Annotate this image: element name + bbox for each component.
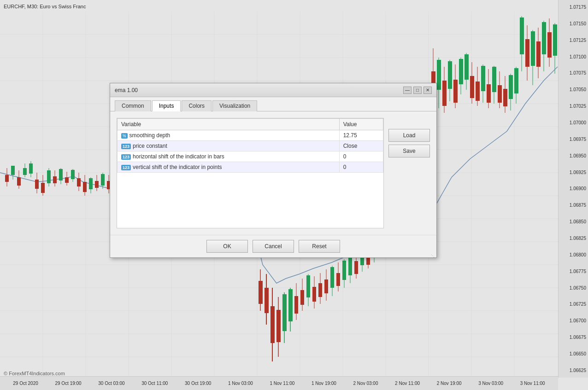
tab-inputs[interactable]: Inputs	[152, 100, 181, 111]
load-button[interactable]: Load	[388, 129, 430, 142]
variable-cell: 123price constant	[118, 141, 340, 151]
tab-common[interactable]: Common	[115, 100, 151, 111]
params-table: Variable Value ½smoothing depth12.75123p…	[117, 118, 383, 173]
dialog-content: Variable Value ½smoothing depth12.75123p…	[110, 111, 436, 235]
table-row[interactable]: 123vertical shift of the indicator in po…	[118, 162, 383, 173]
type-badge: ½	[121, 133, 128, 139]
table-row[interactable]: 123horizontal shift of the indicator in …	[118, 151, 383, 162]
dialog: ema 1.00 — □ ✕ Common Inputs Colors Visu…	[110, 83, 437, 258]
dialog-title: ema 1.00	[115, 87, 138, 93]
side-buttons: Load Save	[388, 129, 430, 157]
value-cell: 0	[339, 151, 383, 162]
type-badge: 123	[121, 165, 131, 170]
type-badge: 123	[121, 154, 131, 160]
title-controls: — □ ✕	[403, 87, 432, 94]
content-with-buttons: Variable Value ½smoothing depth12.75123p…	[117, 118, 430, 228]
close-button[interactable]: ✕	[423, 87, 432, 94]
save-button[interactable]: Save	[388, 145, 430, 157]
reset-button[interactable]: Reset	[299, 240, 340, 253]
resize-icon: ⋱	[431, 254, 435, 258]
table-row[interactable]: 123price constantClose	[118, 141, 383, 151]
table-scroll-area[interactable]: Variable Value ½smoothing depth12.75123p…	[117, 118, 384, 228]
dialog-overlay: ema 1.00 — □ ✕ Common Inputs Colors Visu…	[0, 0, 588, 390]
table-area: Variable Value ½smoothing depth12.75123p…	[117, 118, 384, 228]
variable-cell: 123vertical shift of the indicator in po…	[118, 162, 340, 173]
value-cell: 0	[339, 162, 383, 173]
tab-colors[interactable]: Colors	[182, 100, 212, 111]
dialog-footer: OK Cancel Reset	[110, 235, 436, 257]
value-cell: 12.75	[339, 130, 383, 141]
column-header-variable: Variable	[118, 119, 340, 130]
tab-visualization[interactable]: Visualization	[212, 100, 257, 111]
variable-cell: ½smoothing depth	[118, 130, 340, 141]
value-cell: Close	[339, 141, 383, 151]
resize-handle[interactable]: ⋱	[431, 252, 436, 257]
minimize-button[interactable]: —	[403, 87, 412, 94]
type-badge: 123	[121, 144, 131, 149]
maximize-button[interactable]: □	[413, 87, 422, 94]
variable-cell: 123horizontal shift of the indicator in …	[118, 151, 340, 162]
dialog-titlebar: ema 1.00 — □ ✕	[110, 83, 436, 97]
ok-button[interactable]: OK	[206, 240, 248, 253]
tabs-bar: Common Inputs Colors Visualization	[110, 97, 436, 111]
cancel-button[interactable]: Cancel	[253, 240, 294, 253]
table-row[interactable]: ½smoothing depth12.75	[118, 130, 383, 141]
column-header-value: Value	[339, 119, 383, 130]
